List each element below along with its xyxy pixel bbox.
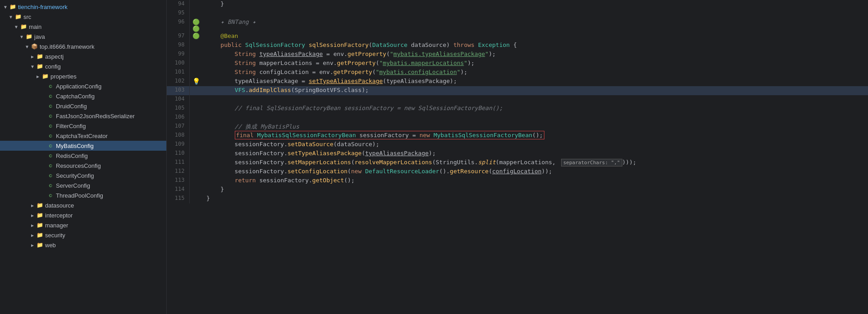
tree-item-config[interactable]: ▼📁config: [0, 61, 166, 71]
code-line-106: 106: [167, 113, 868, 122]
gutter-96: 🟢🟢: [189, 18, 203, 32]
tree-item-manager[interactable]: ▶📁manager: [0, 220, 166, 230]
tree-arrow-java[interactable]: ▼: [18, 33, 25, 40]
tree-label-DruidConfig: DruidConfig: [56, 103, 87, 110]
code-line-103: 103 VFS.addImplClass(SpringBootVFS.class…: [167, 86, 868, 95]
tree-item-KaptchaTextCreator[interactable]: ©KaptchaTextCreator: [0, 131, 166, 141]
tree-label-FilterConfig: FilterConfig: [56, 123, 86, 129]
code-line-113: 113 return sessionFactory.getObject();: [167, 176, 868, 185]
tree-item-tienchin-framework[interactable]: ▼📁tienchin-framework: [0, 2, 166, 12]
class-icon: ©: [47, 112, 54, 120]
tree-item-ApplicationConfig[interactable]: ©ApplicationConfig: [0, 81, 166, 91]
gutter-105: [189, 104, 203, 113]
folder-icon: 📁: [14, 13, 22, 20]
tree-item-web[interactable]: ▶📁web: [0, 240, 166, 250]
tree-item-src[interactable]: ▼📁src: [0, 12, 166, 22]
package-icon: 📦: [31, 43, 38, 50]
class-icon: ©: [47, 162, 54, 169]
code-content-96: ✦ BNTang ✦: [203, 18, 868, 32]
tree-label-security: security: [45, 232, 65, 239]
code-line-115: 115}: [167, 194, 868, 203]
class-icon: ©: [47, 182, 54, 189]
line-number-109: 109: [167, 140, 189, 149]
tree-item-aspectj[interactable]: ▶📁aspectj: [0, 51, 166, 61]
line-number-95: 95: [167, 9, 189, 18]
tree-item-datasource[interactable]: ▶📁datasource: [0, 200, 166, 210]
code-line-98: 98 public SqlSessionFactory sqlSessionFa…: [167, 41, 868, 50]
code-content-100: String mapperLocations = env.getProperty…: [203, 59, 868, 68]
line-number-113: 113: [167, 176, 189, 185]
tree-arrow-security[interactable]: ▶: [29, 231, 36, 239]
code-line-109: 109 sessionFactory.setDataSource(dataSou…: [167, 140, 868, 149]
code-content-115: }: [203, 194, 868, 203]
tree-item-properties[interactable]: ▶📁properties: [0, 71, 166, 81]
code-line-102: 102💡 typeAliasesPackage = setTypeAliases…: [167, 77, 868, 86]
folder-icon: 📁: [36, 231, 43, 239]
tree-label-FastJson2JsonRedisSerializer: FastJson2JsonRedisSerializer: [56, 113, 135, 120]
tree-item-java[interactable]: ▼📁java: [0, 32, 166, 42]
git-gutter-icon: 🟢🟢: [192, 18, 200, 32]
tree-item-RedisConfig[interactable]: ©RedisConfig: [0, 151, 166, 161]
line-number-108: 108: [167, 131, 189, 140]
code-line-104: 104: [167, 95, 868, 104]
tree-item-ResourcesConfig[interactable]: ©ResourcesConfig: [0, 161, 166, 171]
line-number-102: 102: [167, 77, 189, 86]
tree-arrow-top-package[interactable]: ▼: [23, 43, 31, 50]
line-number-106: 106: [167, 113, 189, 122]
code-content-107: // 换成 MyBatisPlus: [203, 122, 868, 131]
tree-arrow-src[interactable]: ▼: [7, 13, 14, 20]
line-number-100: 100: [167, 59, 189, 68]
gutter-95: [189, 9, 203, 18]
folder-icon: 📁: [20, 23, 27, 30]
code-content-111: sessionFactory.setMapperLocations(resolv…: [203, 158, 868, 167]
class-icon: ©: [47, 83, 54, 90]
tree-arrow-aspectj[interactable]: ▶: [29, 53, 36, 60]
folder-icon: 📁: [36, 212, 43, 219]
tree-item-DruidConfig[interactable]: ©DruidConfig: [0, 101, 166, 111]
line-number-94: 94: [167, 0, 189, 9]
module-icon: 📁: [9, 3, 16, 10]
tree-label-main: main: [29, 23, 41, 30]
tree-label-interceptor: interceptor: [45, 212, 73, 219]
tree-item-interceptor[interactable]: ▶📁interceptor: [0, 210, 166, 220]
tree-arrow-main[interactable]: ▼: [13, 23, 20, 30]
tree-item-FastJson2JsonRedisSerializer[interactable]: ©FastJson2JsonRedisSerializer: [0, 111, 166, 121]
class-icon: ©: [47, 132, 54, 139]
line-number-105: 105: [167, 104, 189, 113]
tree-item-security[interactable]: ▶📁security: [0, 230, 166, 240]
code-line-99: 99 String typeAliasesPackage = env.getPr…: [167, 50, 868, 59]
tree-item-top-package[interactable]: ▼📦top.it6666.framework: [0, 42, 166, 51]
line-number-111: 111: [167, 158, 189, 167]
tree-arrow-interceptor[interactable]: ▶: [29, 212, 36, 219]
tree-item-CaptchaConfig[interactable]: ©CaptchaConfig: [0, 91, 166, 101]
tree-label-ThreadPoolConfig: ThreadPoolConfig: [56, 192, 103, 199]
java-root-icon: 📁: [25, 33, 32, 40]
tree-item-main[interactable]: ▼📁main: [0, 22, 166, 32]
tree-arrow-tienchin-framework[interactable]: ▼: [2, 3, 9, 10]
tree-label-datasource: datasource: [45, 202, 74, 209]
gutter-111: [189, 158, 203, 167]
code-line-96: 96🟢🟢 ✦ BNTang ✦: [167, 18, 868, 32]
tree-item-FilterConfig[interactable]: ©FilterConfig: [0, 121, 166, 131]
tree-arrow-properties[interactable]: ▶: [34, 73, 41, 80]
class-icon: ©: [47, 102, 54, 110]
line-number-103: 103: [167, 86, 189, 95]
tree-item-MyBatisConfig[interactable]: ©MyBatisConfig: [0, 141, 166, 151]
code-content-103: VFS.addImplClass(SpringBootVFS.class);: [203, 86, 868, 95]
tree-label-tienchin-framework: tienchin-framework: [18, 4, 68, 10]
code-line-100: 100 String mapperLocations = env.getProp…: [167, 59, 868, 68]
tree-item-ThreadPoolConfig[interactable]: ©ThreadPoolConfig: [0, 190, 166, 200]
tree-arrow-web[interactable]: ▶: [29, 241, 36, 249]
gutter-107: [189, 122, 203, 131]
tree-arrow-datasource[interactable]: ▶: [29, 202, 36, 209]
code-line-95: 95: [167, 9, 868, 18]
file-tree[interactable]: ▼📁tienchin-framework▼📁src▼📁main▼📁java▼📦t…: [0, 0, 167, 314]
tree-arrow-config[interactable]: ▼: [29, 63, 36, 70]
gutter-114: [189, 185, 203, 194]
tree-item-SecurityConfig[interactable]: ©SecurityConfig: [0, 171, 166, 180]
tree-arrow-manager[interactable]: ▶: [29, 222, 36, 229]
gutter-113: [189, 176, 203, 185]
tree-label-src: src: [23, 14, 31, 20]
code-content-105: // final SqlSessionFactoryBean sessionFa…: [203, 104, 868, 113]
tree-item-ServerConfig[interactable]: ©ServerConfig: [0, 180, 166, 190]
